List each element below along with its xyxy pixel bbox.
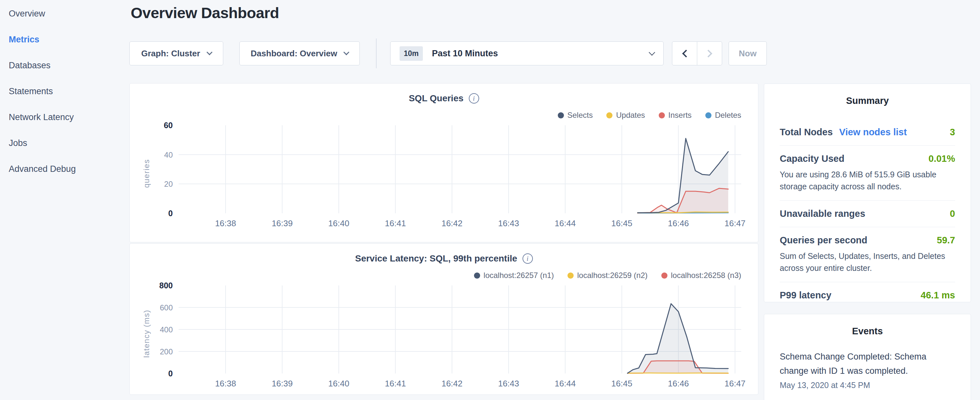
chevron-left-icon	[682, 49, 690, 57]
time-range-label: Past 10 Minutes	[432, 49, 498, 59]
sidebar-item-metrics[interactable]: Metrics	[9, 27, 129, 53]
event-item[interactable]: Schema Change Completed: Schema change w…	[764, 336, 970, 390]
summary-row-p99-latency: P99 latency 46.1 ms	[780, 282, 955, 308]
chart-title: Service Latency: SQL, 99th percentile	[355, 253, 517, 264]
summary-title: Summary	[764, 84, 970, 106]
summary-value: 3	[950, 127, 955, 137]
summary-value: 0	[950, 209, 955, 219]
time-next-button[interactable]	[697, 41, 722, 65]
sidebar-item-network-latency[interactable]: Network Latency	[9, 104, 129, 130]
summary-description: Sum of Selects, Updates, Inserts, and De…	[780, 250, 955, 274]
sidebar: Overview Metrics Databases Statements Ne…	[0, 0, 129, 400]
svg-text:16:46: 16:46	[668, 379, 689, 388]
svg-text:60: 60	[164, 121, 173, 130]
chevron-down-icon	[343, 49, 349, 55]
chevron-right-icon	[704, 49, 712, 57]
svg-text:16:44: 16:44	[555, 218, 576, 228]
svg-text:16:38: 16:38	[215, 218, 236, 228]
svg-text:16:47: 16:47	[724, 379, 745, 388]
chart-canvas: 16:3816:3916:4016:4116:4216:4316:4416:45…	[130, 120, 758, 234]
svg-text:16:39: 16:39	[272, 379, 293, 388]
graph-dropdown-label: Graph: Cluster	[141, 49, 200, 59]
legend-item[interactable]: localhost:26257 (n1)	[474, 271, 554, 280]
svg-text:20: 20	[164, 180, 173, 188]
svg-text:16:44: 16:44	[555, 379, 576, 388]
legend-item[interactable]: Deletes	[705, 111, 741, 120]
sidebar-item-databases[interactable]: Databases	[9, 53, 129, 78]
legend-item[interactable]: Inserts	[659, 111, 692, 120]
svg-text:16:39: 16:39	[272, 218, 293, 228]
sidebar-item-overview[interactable]: Overview	[9, 1, 129, 27]
chart-plot-area: queries 16:3816:3916:4016:4116:4216:4316…	[130, 120, 758, 234]
svg-text:200: 200	[160, 347, 173, 356]
info-icon[interactable]: i	[469, 93, 479, 104]
legend-dot-icon	[558, 112, 564, 118]
dashboard-dropdown-label: Dashboard: Overview	[251, 49, 337, 59]
summary-panel: Summary Total Nodes View nodes list 3 Ca…	[764, 83, 971, 302]
service-latency-chart-card: Service Latency: SQL, 99th percentile i …	[129, 243, 758, 395]
summary-value: 59.7	[937, 235, 955, 245]
toolbar: Graph: Cluster Dashboard: Overview 10m P…	[129, 41, 767, 65]
svg-text:16:40: 16:40	[328, 218, 349, 228]
svg-text:16:45: 16:45	[611, 379, 632, 388]
graph-dropdown[interactable]: Graph: Cluster	[129, 41, 223, 65]
legend-dot-icon	[606, 112, 612, 118]
svg-text:800: 800	[159, 281, 173, 290]
events-title: Events	[764, 314, 970, 336]
chart-legend: localhost:26257 (n1)localhost:26259 (n2)…	[474, 271, 741, 280]
legend-item[interactable]: localhost:26259 (n2)	[568, 271, 648, 280]
summary-label: Queries per second	[780, 235, 867, 245]
legend-item[interactable]: Updates	[606, 111, 645, 120]
chart-plot-area: latency (ms) 16:3816:3916:4016:4116:4216…	[130, 280, 758, 394]
svg-text:400: 400	[160, 325, 173, 334]
chart-legend: SelectsUpdatesInsertsDeletes	[558, 111, 741, 120]
toolbar-divider	[376, 38, 377, 68]
summary-row-capacity-used: Capacity Used 0.01% You are using 28.6 M…	[780, 145, 955, 200]
svg-text:16:42: 16:42	[441, 379, 462, 388]
legend-dot-icon	[659, 112, 665, 118]
chevron-down-icon	[207, 49, 212, 55]
page-title: Overview Dashboard	[131, 4, 279, 22]
svg-text:16:45: 16:45	[611, 218, 632, 228]
dashboard-dropdown[interactable]: Dashboard: Overview	[239, 41, 360, 65]
time-range-badge: 10m	[399, 46, 423, 61]
legend-dot-icon	[661, 273, 667, 279]
chart-title: SQL Queries	[409, 93, 463, 104]
sql-queries-chart-card: SQL Queries i SelectsUpdatesInsertsDelet…	[129, 83, 758, 242]
time-prev-button[interactable]	[672, 41, 697, 65]
legend-dot-icon	[705, 112, 711, 118]
sidebar-item-advanced-debug[interactable]: Advanced Debug	[9, 156, 129, 182]
summary-label: P99 latency	[780, 290, 832, 301]
now-button[interactable]: Now	[729, 41, 767, 65]
svg-text:16:43: 16:43	[498, 218, 519, 228]
svg-text:16:42: 16:42	[441, 218, 462, 228]
time-range-dropdown[interactable]: 10m Past 10 Minutes	[390, 41, 663, 65]
summary-row-queries-per-second: Queries per second 59.7 Sum of Selects, …	[780, 227, 955, 282]
svg-text:16:41: 16:41	[385, 218, 406, 228]
info-icon[interactable]: i	[522, 253, 533, 264]
summary-label: Total Nodes	[780, 127, 833, 137]
svg-text:16:40: 16:40	[328, 379, 349, 388]
svg-text:0: 0	[168, 209, 173, 218]
svg-text:600: 600	[160, 303, 173, 312]
chevron-down-icon	[649, 49, 655, 56]
summary-label: Unavailable ranges	[780, 209, 865, 219]
svg-text:16:43: 16:43	[498, 379, 519, 388]
sidebar-item-jobs[interactable]: Jobs	[9, 130, 129, 156]
summary-description: You are using 28.6 MiB of 515.9 GiB usab…	[780, 169, 955, 193]
svg-text:16:46: 16:46	[668, 218, 689, 228]
view-nodes-list-link[interactable]: View nodes list	[839, 127, 907, 137]
legend-item[interactable]: Selects	[558, 111, 593, 120]
legend-dot-icon	[568, 273, 574, 279]
summary-row-total-nodes: Total Nodes View nodes list 3	[780, 118, 955, 145]
svg-text:16:41: 16:41	[385, 379, 406, 388]
svg-text:0: 0	[168, 369, 173, 378]
legend-dot-icon	[474, 273, 480, 279]
summary-value: 0.01%	[929, 153, 955, 164]
summary-value: 46.1 ms	[921, 290, 955, 301]
time-pager	[672, 41, 722, 65]
events-panel: Events Schema Change Completed: Schema c…	[764, 314, 971, 400]
sidebar-item-statements[interactable]: Statements	[9, 78, 129, 104]
legend-item[interactable]: localhost:26258 (n3)	[661, 271, 741, 280]
chart-canvas: 16:3816:3916:4016:4116:4216:4316:4416:45…	[130, 280, 758, 394]
